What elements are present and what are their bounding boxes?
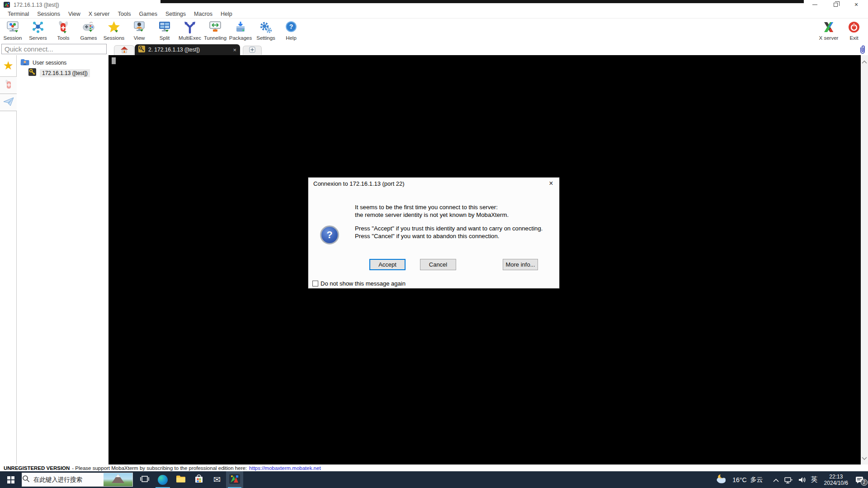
do-not-show-label: Do not show this message again bbox=[321, 280, 406, 287]
toolbar-session-button[interactable]: Session bbox=[0, 20, 25, 43]
split-icon bbox=[158, 20, 171, 34]
mobatek-link[interactable]: https://mobaxterm.mobatek.net bbox=[249, 465, 321, 471]
toolbar-servers-button[interactable]: Servers bbox=[25, 20, 51, 43]
user-sessions-folder-icon bbox=[20, 58, 29, 67]
toolbar-view-button[interactable]: View bbox=[127, 20, 152, 43]
toolbar-exit-button[interactable]: Exit bbox=[841, 20, 867, 43]
question-icon: ? bbox=[320, 225, 339, 244]
star-icon: ★ bbox=[3, 59, 14, 73]
toolbar-packages-button[interactable]: Packages bbox=[228, 20, 253, 43]
menu-settings[interactable]: Settings bbox=[161, 10, 190, 18]
menu-macros[interactable]: Macros bbox=[190, 10, 217, 18]
menu-terminal[interactable]: Terminal bbox=[4, 10, 33, 18]
new-tab-button[interactable] bbox=[243, 46, 262, 55]
maximize-button[interactable] bbox=[825, 0, 846, 9]
toolbar-settings-button[interactable]: Settings bbox=[253, 20, 278, 43]
toolbar-games-button[interactable]: Games bbox=[76, 20, 101, 43]
clock-date: 2024/10/6 bbox=[824, 480, 848, 486]
tools-knife-icon bbox=[4, 79, 14, 92]
file-explorer-button[interactable] bbox=[172, 471, 190, 488]
tree-session-item[interactable]: 172.16.1.13 ([test]) bbox=[28, 68, 90, 78]
news-widget-image[interactable] bbox=[104, 473, 132, 486]
session-icon bbox=[6, 20, 19, 34]
accept-button[interactable]: Accept bbox=[369, 259, 406, 270]
mail-icon: ✉ bbox=[213, 474, 221, 485]
clock-time: 22:13 bbox=[824, 474, 848, 480]
store-button[interactable] bbox=[190, 471, 208, 488]
taskbar-tray: 16°C 多云 英 22:13 2024/10/6 2 bbox=[715, 474, 864, 486]
settings-gears-icon bbox=[259, 20, 273, 34]
sidebar-tab-tools[interactable] bbox=[0, 77, 17, 94]
menu-xserver[interactable]: X server bbox=[85, 10, 114, 18]
active-session-tab[interactable]: 2. 172.16.1.13 ([test]) × bbox=[135, 44, 240, 55]
scroll-down-icon[interactable] bbox=[862, 454, 867, 462]
sidebar-tab-strip: ★ bbox=[0, 55, 17, 465]
quick-connect-input[interactable] bbox=[1, 44, 107, 54]
dialog-close-button[interactable]: × bbox=[546, 179, 557, 188]
windows-logo-icon bbox=[7, 476, 14, 483]
titlebar: 172.16.1.13 ([test]) × bbox=[0, 0, 868, 10]
start-button[interactable] bbox=[0, 471, 22, 488]
network-icon[interactable] bbox=[784, 476, 793, 483]
view-icon bbox=[132, 20, 146, 34]
input-language-indicator[interactable]: 英 bbox=[811, 475, 818, 484]
menu-games[interactable]: Games bbox=[135, 10, 161, 18]
edge-taskbar-button[interactable] bbox=[154, 471, 172, 488]
sidebar-tab-macros[interactable] bbox=[0, 94, 17, 111]
home-tab[interactable] bbox=[114, 45, 134, 55]
home-icon bbox=[120, 46, 128, 55]
sidebar-tab-sessions[interactable]: ★ bbox=[0, 55, 17, 77]
close-button[interactable]: × bbox=[846, 0, 867, 9]
volume-icon[interactable] bbox=[798, 476, 807, 483]
notification-center-button[interactable]: 2 bbox=[855, 476, 864, 484]
sessions-star-icon bbox=[107, 20, 121, 34]
mobaxterm-taskbar-icon bbox=[229, 473, 241, 487]
tree-session-label: 172.16.1.13 ([test]) bbox=[40, 69, 90, 77]
tray-expand-icon[interactable] bbox=[773, 476, 779, 484]
paper-plane-icon bbox=[3, 97, 14, 108]
exit-power-icon bbox=[847, 20, 861, 34]
dialog-message: It seems to be the first time you connec… bbox=[355, 203, 542, 240]
mobaxterm-taskbar-button[interactable] bbox=[226, 471, 243, 488]
toolbar-tunneling-button[interactable]: Tunneling bbox=[203, 20, 228, 43]
dialog-line-4: Press "Cancel" if you want to abandon th… bbox=[355, 232, 542, 240]
terminal-cursor bbox=[112, 57, 116, 64]
menu-tools[interactable]: Tools bbox=[113, 10, 135, 18]
menu-view[interactable]: View bbox=[64, 10, 85, 18]
toolbar-tools-button[interactable]: Tools bbox=[51, 20, 76, 43]
weather-icon bbox=[715, 474, 729, 486]
clock[interactable]: 22:13 2024/10/6 bbox=[824, 474, 848, 486]
taskbar-search[interactable]: 在此键入进行搜索 bbox=[22, 473, 133, 487]
do-not-show-checkbox[interactable] bbox=[312, 281, 318, 286]
multiexec-icon bbox=[183, 20, 197, 34]
weather-temperature[interactable]: 16°C bbox=[732, 476, 746, 483]
tab-close-icon[interactable]: × bbox=[233, 47, 236, 53]
menu-sessions[interactable]: Sessions bbox=[33, 10, 64, 18]
tree-root-label: User sessions bbox=[33, 60, 66, 66]
mail-button[interactable]: ✉ bbox=[208, 471, 226, 488]
store-icon bbox=[194, 474, 203, 485]
toolbar-multiexec-button[interactable]: MultiExec bbox=[177, 20, 203, 43]
toolbar-split-button[interactable]: Split bbox=[152, 20, 177, 43]
xserver-icon bbox=[822, 20, 835, 34]
status-message: - Please support MobaXterm by subscribin… bbox=[72, 465, 247, 471]
toolbar-help-button[interactable]: ? Help bbox=[278, 20, 304, 43]
weather-condition[interactable]: 多云 bbox=[750, 476, 763, 484]
toolbar-xserver-button[interactable]: X server bbox=[816, 20, 841, 43]
taskbar: 在此键入进行搜索 ✉ 16°C 多云 英 bbox=[0, 471, 868, 488]
tree-root-user-sessions[interactable]: User sessions bbox=[20, 58, 66, 67]
more-info-button[interactable]: More info... bbox=[503, 259, 538, 270]
packages-icon bbox=[234, 20, 247, 34]
menu-help[interactable]: Help bbox=[217, 10, 236, 18]
help-icon: ? bbox=[284, 20, 298, 34]
statusbar: UNREGISTERED VERSION - Please support Mo… bbox=[0, 465, 868, 471]
plus-icon bbox=[249, 47, 255, 55]
active-tab-label: 2. 172.16.1.13 ([test]) bbox=[148, 47, 200, 53]
minimize-button[interactable] bbox=[804, 0, 825, 9]
task-view-button[interactable] bbox=[136, 471, 154, 488]
cancel-button[interactable]: Cancel bbox=[420, 259, 456, 270]
terminal-scrollbar[interactable] bbox=[861, 55, 868, 465]
toolbar-sessions-button[interactable]: Sessions bbox=[101, 20, 127, 43]
scroll-up-icon[interactable] bbox=[862, 57, 867, 66]
menubar: Terminal Sessions View X server Tools Ga… bbox=[0, 10, 868, 19]
